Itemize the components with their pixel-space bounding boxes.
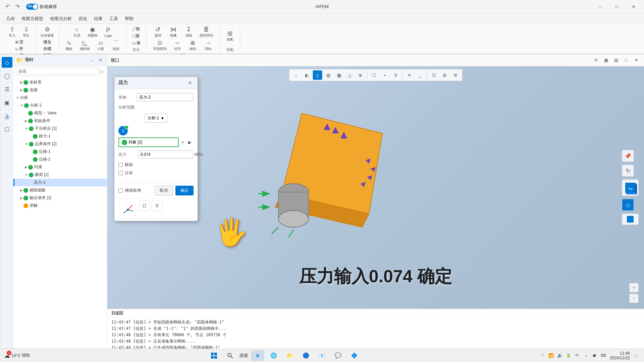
linear-array-button[interactable]: ≣ 线性阵列	[198, 25, 215, 39]
browser-taskbar-button[interactable]: 🌐	[267, 350, 280, 361]
target-arrow-button[interactable]: ▶	[186, 139, 194, 146]
export-button[interactable]: ⇩ 导出	[19, 25, 33, 39]
vt-grid-button[interactable]: ☷	[429, 70, 439, 80]
split-face-button[interactable]: □面	[131, 33, 142, 39]
dialog-close-button[interactable]: ✕	[187, 79, 194, 86]
tray-ime[interactable]: 中	[574, 352, 581, 359]
sidebar-icon4[interactable]: ▣	[2, 97, 12, 108]
sidebar-item-solve[interactable]: ▶ 求解	[13, 202, 107, 209]
mail-taskbar-button[interactable]: 📧	[315, 350, 329, 361]
nav3d-pin-button[interactable]: 📌	[622, 150, 634, 162]
nav3d-rotate-button[interactable]: ↻	[622, 165, 634, 177]
sidebar-icon5[interactable]: ⛲	[2, 111, 12, 121]
search-taskbar-button[interactable]	[223, 350, 237, 361]
show-desktop-button[interactable]: □	[633, 352, 640, 359]
vt-face-button[interactable]: ▨	[324, 70, 333, 80]
tangent-button[interactable]: ⊗ 相切	[186, 39, 200, 52]
sidebar-item-initial[interactable]: ▶ 初始条件	[13, 117, 107, 125]
tray-battery[interactable]: 🔋	[565, 352, 572, 359]
vt-small-rect-button[interactable]: ▪	[380, 70, 390, 80]
edge-taskbar-button[interactable]: 🔵	[299, 350, 313, 361]
sidebar-item-model[interactable]: ▶ 模型： Vane	[13, 109, 107, 117]
sidebar-item-boundary[interactable]: ▼ 边界条件 [2]	[13, 140, 107, 148]
aifem-taskbar-button[interactable]: A	[251, 350, 264, 361]
split-line-button[interactable]: ╱线	[131, 26, 142, 32]
sidebar-item-disp1[interactable]: ▶ 位移-1	[13, 148, 107, 156]
auto-repair-button[interactable]: ⚙ 自动修复	[39, 25, 56, 39]
vt-hex-button[interactable]: △	[345, 70, 355, 80]
sidebar-item-substep[interactable]: ▼ 子分析步 [1]	[13, 125, 107, 132]
scale-button[interactable]: ↧ 缩放	[182, 25, 196, 39]
sidebar-item-pressure1[interactable]: ▶ 压力-1	[13, 179, 107, 186]
vt-sphere-button[interactable]: ◐	[302, 70, 312, 80]
sidebar-collapse-button[interactable]: ⌄	[88, 56, 96, 64]
sidebar-close-button[interactable]: ✕	[97, 56, 104, 64]
unknown-taskbar-button[interactable]: 🔷	[347, 350, 361, 361]
target-select[interactable]: ✓ 对象 [2]	[118, 137, 179, 147]
merge-button[interactable]: 合缝	[42, 46, 53, 52]
menu-results[interactable]: 结果	[91, 14, 106, 23]
distribution-checkbox[interactable]	[118, 171, 123, 175]
vp-split-h-button[interactable]: ▦	[602, 56, 610, 65]
menu-fem-model[interactable]: 有限元模型	[18, 14, 47, 23]
chamfer-button[interactable]: ◺ 倒斜角	[78, 39, 92, 52]
menu-tools[interactable]: 工具	[106, 14, 121, 23]
name-input[interactable]	[137, 93, 194, 101]
target-clear-button[interactable]: ✕	[179, 139, 186, 146]
menu-fem-analysis[interactable]: 有限元分析	[47, 14, 75, 23]
start-button[interactable]	[207, 350, 221, 361]
sidebar-item-connection[interactable]: ▶ 连接	[13, 86, 107, 94]
sidebar-item-disp2[interactable]: ▶ 位移-2	[13, 156, 107, 163]
menu-help[interactable]: 帮助	[121, 14, 137, 23]
vt-line-button[interactable]: ⎯	[416, 70, 425, 80]
sidebar-icon3[interactable]: ☰	[2, 84, 12, 95]
vt-rect-button[interactable]: ☐	[370, 70, 379, 80]
fillet-button[interactable]: ◉ 倒圆角	[86, 25, 100, 39]
rotate-button[interactable]: ↺ 旋转	[151, 25, 165, 39]
minimize-button[interactable]: ─	[592, 1, 608, 12]
vt-grid4-button[interactable]: ⊞	[440, 70, 449, 80]
sidebar-item-helper[interactable]: ▶ 辅助函数	[13, 186, 107, 194]
import-button[interactable]: ⇧ 导入	[5, 25, 19, 39]
sidebar-item-static1[interactable]: ▶ 静力-1	[13, 132, 107, 140]
toggle-switch[interactable]	[26, 4, 38, 10]
vp-close-button[interactable]: ✕	[632, 56, 641, 65]
sidebar-item-coordinates[interactable]: ▶ 坐标系	[13, 78, 107, 86]
sidebar-icon6[interactable]: ☐	[2, 124, 12, 135]
sew-button[interactable]: 缝合	[42, 39, 53, 45]
sidebar-item-output[interactable]: ▶ 输出请求 [1]	[13, 194, 107, 202]
vt-solid-button[interactable]: ▯	[313, 70, 322, 80]
thread-button[interactable]: ∿ 螺纹	[62, 39, 76, 52]
tray-volume[interactable]: 🔊	[556, 352, 564, 359]
tray-input[interactable]: ⌨	[600, 352, 607, 359]
cancel-button[interactable]: 取消	[155, 186, 173, 195]
pressure-input[interactable]	[138, 150, 193, 159]
tray-record[interactable]: ⏺	[591, 352, 598, 359]
vp-refresh-button[interactable]: ↻	[592, 56, 600, 65]
amplitude-checkbox[interactable]	[118, 163, 123, 167]
vp-split-v-button[interactable]: ▤	[612, 56, 621, 65]
vt-delete-button[interactable]: ✕	[405, 70, 414, 80]
continue-add-checkbox[interactable]	[118, 188, 123, 193]
analysis-select[interactable]: 分析-1 ▼	[145, 114, 168, 123]
circular-array-button[interactable]: ⊙ 环形阵列	[151, 39, 169, 52]
grid-mini-button[interactable]: ☷	[139, 200, 150, 211]
short-line-button[interactable]: ⌒ 短线	[109, 39, 123, 52]
nav3d-view-button[interactable]: ◇	[622, 199, 634, 211]
vt-cross-button[interactable]: ⊗	[356, 70, 365, 80]
zoom-in-button[interactable]: +	[629, 283, 639, 292]
logo-button[interactable]: P Logo	[102, 26, 115, 39]
small-face-button[interactable]: ▱ 小面	[94, 39, 107, 52]
sidebar-item-constraint[interactable]: ▶ 约束	[13, 163, 107, 171]
mirror-button[interactable]: ⋈ 镜像	[167, 25, 180, 39]
maximize-button[interactable]: □	[609, 1, 625, 12]
redo-button[interactable]: ↷	[13, 2, 22, 11]
vt-circle-button[interactable]: ○	[291, 70, 301, 80]
ok-button[interactable]: 确定	[175, 186, 194, 195]
sidebar-item-analysis[interactable]: ▼ 分析	[13, 94, 107, 102]
tray-ime2[interactable]: •	[582, 352, 590, 359]
tray-chevron[interactable]: ^	[539, 352, 546, 359]
close-button[interactable]: ✕	[626, 1, 641, 12]
split-body-button[interactable]: ▭体	[130, 40, 142, 46]
assembly-button[interactable]: ⊞ 装配	[223, 29, 237, 43]
